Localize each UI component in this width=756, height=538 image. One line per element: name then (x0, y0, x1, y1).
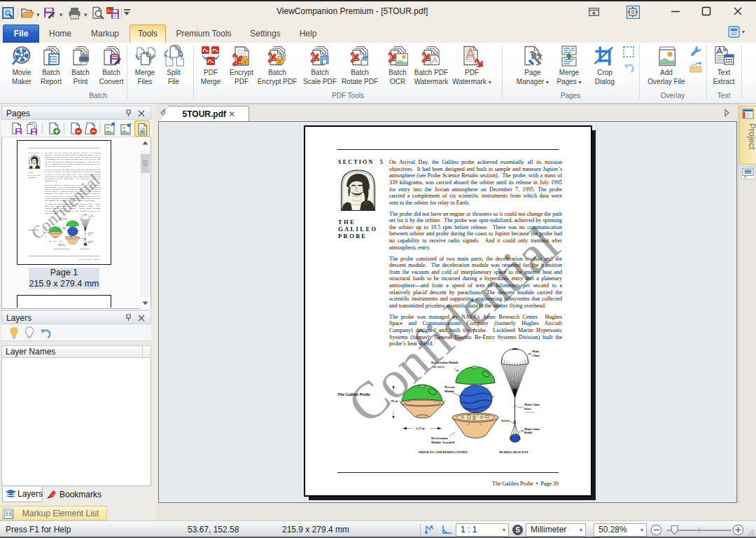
svg-text:Deceleration Module: Deceleration Module (431, 361, 458, 364)
svg-text:Chute: Chute (532, 354, 540, 357)
svg-text:Main Chute: Main Chute (524, 403, 540, 406)
svg-text:Riser: Riser (524, 407, 531, 411)
svg-text:.91 m.: .91 m. (45, 232, 48, 233)
svg-text:.91 m.: .91 m. (391, 399, 398, 403)
svg-text:(Not To Scale): (Not To Scale) (88, 235, 92, 237)
svg-text:Module: Module (62, 228, 66, 229)
svg-text:Descent: Descent (444, 385, 455, 389)
svg-text:Deceleration: Deceleration (431, 436, 448, 440)
svg-text:The Galileo Probe: The Galileo Probe (337, 392, 370, 396)
svg-text:1.27 m.: 1.27 m. (416, 427, 426, 430)
svg-text:Main Chute: Main Chute (524, 427, 540, 431)
svg-text:Main: Main (532, 350, 540, 353)
svg-text:Aft Cover: Aft Cover (431, 365, 444, 368)
svg-text:(Not To Scale): (Not To Scale) (524, 411, 535, 413)
svg-text:PRIOR TO AND DURING ENTRY: PRIOR TO AND DURING ENTRY (54, 248, 70, 249)
svg-text:S: S (515, 526, 520, 534)
svg-text:Swivel: Swivel (501, 419, 510, 422)
svg-text:Aft Cover: Aft Cover (58, 219, 62, 221)
svg-text:Chute: Chute (91, 216, 94, 217)
svg-text:DURING DESCENT: DURING DESCENT (499, 450, 528, 454)
svg-text:Bridle: Bridle (524, 431, 533, 434)
svg-text:Module Aeroshell: Module Aeroshell (58, 244, 66, 246)
svg-text:1.27 m.: 1.27 m. (53, 241, 57, 242)
svg-text:DURING DESCENT: DURING DESCENT (80, 249, 90, 249)
svg-text:Bridle: Bridle (88, 242, 91, 243)
svg-text:PRIOR TO AND DURING ENTRY: PRIOR TO AND DURING ENTRY (419, 450, 468, 454)
svg-text:Swivel: Swivel (81, 238, 85, 239)
svg-text:Module: Module (444, 389, 454, 393)
svg-text:The Galileo Probe: The Galileo Probe (28, 229, 38, 230)
svg-text:Module Aeroshell: Module Aeroshell (431, 441, 455, 444)
